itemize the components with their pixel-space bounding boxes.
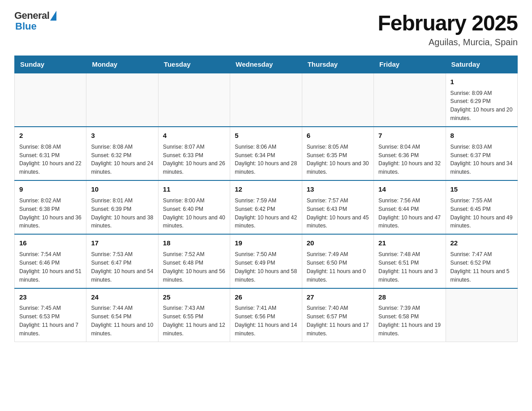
calendar-day-cell: 8Sunrise: 8:03 AMSunset: 6:37 PMDaylight… <box>446 127 517 180</box>
calendar-day-cell <box>230 73 302 127</box>
day-info: Sunrise: 7:49 AMSunset: 6:50 PMDaylight:… <box>307 250 369 284</box>
day-number: 15 <box>450 184 513 195</box>
dow-friday: Friday <box>374 56 446 73</box>
calendar-day-cell: 9Sunrise: 8:02 AMSunset: 6:38 PMDaylight… <box>15 180 86 234</box>
day-info: Sunrise: 8:08 AMSunset: 6:32 PMDaylight:… <box>91 143 153 177</box>
calendar-day-cell: 14Sunrise: 7:56 AMSunset: 6:44 PMDayligh… <box>374 180 446 234</box>
day-info: Sunrise: 8:05 AMSunset: 6:35 PMDaylight:… <box>307 143 369 177</box>
days-of-week-row: Sunday Monday Tuesday Wednesday Thursday… <box>15 56 518 73</box>
day-number: 17 <box>91 238 153 248</box>
calendar-week-row: 23Sunrise: 7:45 AMSunset: 6:53 PMDayligh… <box>15 288 518 342</box>
calendar-body: 1Sunrise: 8:09 AMSunset: 6:29 PMDaylight… <box>15 73 518 342</box>
day-number: 1 <box>450 77 513 87</box>
day-number: 16 <box>19 238 82 248</box>
day-number: 2 <box>19 131 82 141</box>
day-number: 21 <box>378 238 441 248</box>
calendar-day-cell: 12Sunrise: 7:59 AMSunset: 6:42 PMDayligh… <box>230 180 302 234</box>
calendar-day-cell <box>374 73 446 127</box>
calendar-day-cell: 5Sunrise: 8:06 AMSunset: 6:34 PMDaylight… <box>230 127 302 180</box>
calendar-header: Sunday Monday Tuesday Wednesday Thursday… <box>15 56 518 73</box>
day-info: Sunrise: 8:00 AMSunset: 6:40 PMDaylight:… <box>163 197 225 231</box>
day-info: Sunrise: 8:06 AMSunset: 6:34 PMDaylight:… <box>235 143 297 177</box>
calendar-day-cell: 25Sunrise: 7:43 AMSunset: 6:55 PMDayligh… <box>158 288 230 342</box>
day-info: Sunrise: 7:45 AMSunset: 6:53 PMDaylight:… <box>19 304 82 338</box>
calendar-day-cell: 26Sunrise: 7:41 AMSunset: 6:56 PMDayligh… <box>230 288 302 342</box>
calendar-day-cell: 1Sunrise: 8:09 AMSunset: 6:29 PMDaylight… <box>446 73 517 127</box>
day-number: 3 <box>91 131 153 141</box>
calendar-day-cell: 27Sunrise: 7:40 AMSunset: 6:57 PMDayligh… <box>302 288 373 342</box>
page-header: General Blue February 2025 Aguilas, Murc… <box>14 11 518 47</box>
day-number: 28 <box>378 292 441 303</box>
calendar-day-cell: 23Sunrise: 7:45 AMSunset: 6:53 PMDayligh… <box>15 288 86 342</box>
calendar-day-cell: 19Sunrise: 7:50 AMSunset: 6:49 PMDayligh… <box>230 234 302 288</box>
day-info: Sunrise: 7:39 AMSunset: 6:58 PMDaylight:… <box>378 304 441 338</box>
day-info: Sunrise: 7:44 AMSunset: 6:54 PMDaylight:… <box>91 304 153 338</box>
calendar-day-cell: 6Sunrise: 8:05 AMSunset: 6:35 PMDaylight… <box>302 127 373 180</box>
day-info: Sunrise: 8:01 AMSunset: 6:39 PMDaylight:… <box>91 197 153 231</box>
calendar-day-cell: 13Sunrise: 7:57 AMSunset: 6:43 PMDayligh… <box>302 180 373 234</box>
day-number: 5 <box>235 131 297 141</box>
logo: General Blue <box>14 11 56 32</box>
day-number: 12 <box>235 184 297 195</box>
day-info: Sunrise: 8:08 AMSunset: 6:31 PMDaylight:… <box>19 143 82 177</box>
day-info: Sunrise: 7:40 AMSunset: 6:57 PMDaylight:… <box>307 304 369 338</box>
day-number: 4 <box>163 131 225 141</box>
day-number: 6 <box>307 131 369 141</box>
day-number: 11 <box>163 184 225 195</box>
calendar-day-cell: 22Sunrise: 7:47 AMSunset: 6:52 PMDayligh… <box>446 234 517 288</box>
calendar-day-cell: 17Sunrise: 7:53 AMSunset: 6:47 PMDayligh… <box>86 234 158 288</box>
calendar-day-cell: 18Sunrise: 7:52 AMSunset: 6:48 PMDayligh… <box>158 234 230 288</box>
day-number: 14 <box>378 184 441 195</box>
dow-monday: Monday <box>86 56 158 73</box>
day-info: Sunrise: 8:04 AMSunset: 6:36 PMDaylight:… <box>378 143 441 177</box>
calendar-day-cell: 24Sunrise: 7:44 AMSunset: 6:54 PMDayligh… <box>86 288 158 342</box>
day-number: 27 <box>307 292 369 303</box>
day-number: 10 <box>91 184 153 195</box>
calendar-day-cell: 4Sunrise: 8:07 AMSunset: 6:33 PMDaylight… <box>158 127 230 180</box>
calendar-day-cell: 21Sunrise: 7:48 AMSunset: 6:51 PMDayligh… <box>374 234 446 288</box>
calendar-day-cell: 3Sunrise: 8:08 AMSunset: 6:32 PMDaylight… <box>86 127 158 180</box>
calendar-day-cell <box>15 73 86 127</box>
day-number: 9 <box>19 184 82 195</box>
logo-general-text: General <box>14 11 49 21</box>
calendar-day-cell <box>302 73 373 127</box>
day-info: Sunrise: 7:57 AMSunset: 6:43 PMDaylight:… <box>307 197 369 231</box>
day-info: Sunrise: 7:50 AMSunset: 6:49 PMDaylight:… <box>235 250 297 284</box>
calendar-day-cell <box>158 73 230 127</box>
calendar-day-cell: 10Sunrise: 8:01 AMSunset: 6:39 PMDayligh… <box>86 180 158 234</box>
calendar-week-row: 16Sunrise: 7:54 AMSunset: 6:46 PMDayligh… <box>15 234 518 288</box>
day-number: 13 <box>307 184 369 195</box>
calendar-week-row: 2Sunrise: 8:08 AMSunset: 6:31 PMDaylight… <box>15 127 518 180</box>
day-info: Sunrise: 7:43 AMSunset: 6:55 PMDaylight:… <box>163 304 225 338</box>
day-number: 8 <box>450 131 513 141</box>
day-number: 26 <box>235 292 297 303</box>
logo-blue-text: Blue <box>15 21 37 32</box>
title-block: February 2025 Aguilas, Murcia, Spain <box>378 11 518 47</box>
dow-sunday: Sunday <box>15 56 86 73</box>
day-info: Sunrise: 7:52 AMSunset: 6:48 PMDaylight:… <box>163 250 225 284</box>
logo-triangle-icon <box>50 11 56 21</box>
calendar-week-row: 9Sunrise: 8:02 AMSunset: 6:38 PMDaylight… <box>15 180 518 234</box>
day-info: Sunrise: 7:47 AMSunset: 6:52 PMDaylight:… <box>450 250 513 284</box>
calendar-title: February 2025 <box>378 11 518 35</box>
day-info: Sunrise: 8:03 AMSunset: 6:37 PMDaylight:… <box>450 143 513 177</box>
day-number: 25 <box>163 292 225 303</box>
day-info: Sunrise: 7:59 AMSunset: 6:42 PMDaylight:… <box>235 197 297 231</box>
calendar-subtitle: Aguilas, Murcia, Spain <box>378 37 518 47</box>
calendar-day-cell: 11Sunrise: 8:00 AMSunset: 6:40 PMDayligh… <box>158 180 230 234</box>
calendar-day-cell: 28Sunrise: 7:39 AMSunset: 6:58 PMDayligh… <box>374 288 446 342</box>
dow-wednesday: Wednesday <box>230 56 302 73</box>
calendar-day-cell: 2Sunrise: 8:08 AMSunset: 6:31 PMDaylight… <box>15 127 86 180</box>
day-number: 18 <box>163 238 225 248</box>
day-info: Sunrise: 8:09 AMSunset: 6:29 PMDaylight:… <box>450 89 513 123</box>
calendar-day-cell: 7Sunrise: 8:04 AMSunset: 6:36 PMDaylight… <box>374 127 446 180</box>
dow-thursday: Thursday <box>302 56 373 73</box>
day-number: 22 <box>450 238 513 248</box>
day-number: 20 <box>307 238 369 248</box>
dow-tuesday: Tuesday <box>158 56 230 73</box>
day-info: Sunrise: 7:41 AMSunset: 6:56 PMDaylight:… <box>235 304 297 338</box>
day-info: Sunrise: 8:07 AMSunset: 6:33 PMDaylight:… <box>163 143 225 177</box>
day-info: Sunrise: 7:56 AMSunset: 6:44 PMDaylight:… <box>378 197 441 231</box>
day-number: 7 <box>378 131 441 141</box>
calendar-day-cell: 16Sunrise: 7:54 AMSunset: 6:46 PMDayligh… <box>15 234 86 288</box>
